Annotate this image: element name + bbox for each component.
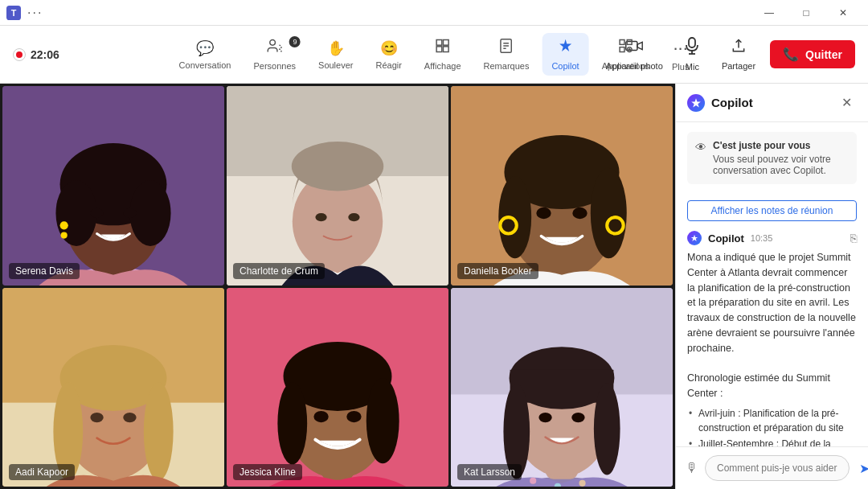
portrait-jessica [227,288,448,487]
applications-label: Applications [602,61,649,71]
name-tag-daniella: Daniella Booker [457,263,538,279]
video-cell-daniella: Daniella Booker [451,86,673,286]
send-button[interactable]: ➤ [856,458,868,479]
copilot-input[interactable] [705,455,850,481]
svg-point-31 [60,221,68,229]
timeline-heading: Chronologie estimée du Summit Center : [687,372,830,399]
list-item: Juillet-Septembre : Début de la construc… [687,437,857,447]
conversation-icon: 💬 [196,39,214,57]
svg-point-62 [123,412,136,421]
svg-point-80 [594,383,620,475]
copilot-header: Copilot ✕ [676,84,868,122]
timeline-list: Avril-juin : Planification de la pré-con… [687,406,857,447]
leave-label: Quitter [805,48,842,61]
mic-input-icon[interactable]: 🎙 [686,461,698,475]
video-bg-charlotte [227,86,448,286]
privacy-text: C'est juste pour vous Vous seul pouvez v… [713,140,849,176]
message-sender-logo [687,231,702,245]
phone-icon: 📞 [783,47,799,62]
svg-point-70 [313,410,328,421]
soulever-button[interactable]: ✋ Soulever [309,35,362,75]
copilot-title-text: Copilot [711,96,753,109]
reagir-icon: 😊 [380,39,398,57]
plus-label: Plus [672,62,689,72]
svg-text:T: T [11,7,17,17]
copy-icon[interactable]: ⎘ [850,232,857,244]
name-tag-kat: Kat Larsson [457,464,522,480]
name-tag-charlotte: Charlotte de Crum [233,263,325,279]
applications-button[interactable]: Applications [592,33,659,76]
name-tag-serena: Serena Davis [9,263,80,279]
copilot-button[interactable]: Copilot [542,33,588,76]
video-cell-jessica: Jessica Kline [227,288,448,487]
copilot-footer: 🎙 ➤ [676,446,868,489]
video-cell-kat: Kat Larsson [451,288,673,487]
affichage-button[interactable]: Affichage [415,33,471,76]
share-button[interactable]: Partager [714,33,764,76]
name-tag-jessica: Jessica Kline [233,464,302,480]
svg-rect-12 [627,40,632,45]
personnes-badge: 9 [289,36,301,47]
close-button[interactable]: ✕ [825,0,862,26]
conversation-button[interactable]: 💬 Conversation [170,35,241,75]
name-tag-aadi: Aadi Kapoor [9,464,75,480]
svg-point-29 [90,208,103,218]
personnes-icon [267,38,283,58]
list-item: Avril-juin : Planification de la pré-con… [687,406,857,435]
record-dot [16,51,23,58]
toolbar-left: 22:06 [13,48,59,61]
teams-logo-icon: T [6,6,21,20]
portrait-charlotte [227,86,448,286]
svg-point-2 [270,40,276,46]
toolbar: 22:06 💬 Conversation 9 Personnes ✋ Soule… [0,26,868,84]
copilot-body: 👁 C'est juste pour vous Vous seul pouvez… [676,122,868,446]
remarques-icon [498,38,514,58]
portrait-aadi [2,288,224,487]
video-grid: Serena Davis [0,84,675,489]
plus-button[interactable]: ··· Plus [662,33,698,76]
privacy-icon: 👁 [695,141,706,176]
personnes-button[interactable]: 9 Personnes [244,33,305,76]
show-notes-button[interactable]: Afficher les notes de réunion [687,200,857,221]
svg-rect-11 [620,40,624,45]
portrait-daniella [451,86,673,286]
applications-icon [617,38,633,58]
title-bar-more[interactable]: ··· [27,6,43,20]
video-cell-aadi: Aadi Kapoor [2,288,224,487]
share-icon [731,38,747,58]
svg-point-50 [572,208,587,219]
privacy-notice: 👁 C'est juste pour vous Vous seul pouvez… [687,132,857,184]
svg-rect-6 [444,47,449,52]
video-bg-daniella [451,86,673,286]
share-label: Partager [722,61,755,71]
privacy-body: Vous seul pouvez voir votre conversation… [713,154,831,176]
video-bg-aadi [2,288,224,487]
copilot-panel: Copilot ✕ 👁 C'est juste pour vous Vous s… [675,84,868,489]
toolbar-center: 💬 Conversation 9 Personnes ✋ Soulever 😊 … [170,33,699,76]
maximize-button[interactable]: □ [788,0,825,26]
conversation-label: Conversation [179,60,231,70]
message-body: Mona a indiqué que le projet Summit Cent… [687,250,857,446]
remarques-button[interactable]: Remarques [474,33,539,76]
leave-button[interactable]: 📞 Quitter [770,40,855,68]
svg-point-69 [366,377,399,462]
soulever-icon: ✋ [327,39,345,57]
message-time: 10:35 [751,233,773,243]
video-bg-kat [451,288,673,487]
copilot-message: Copilot 10:35 ⎘ Mona a indiqué que le pr… [687,231,857,446]
svg-point-71 [346,410,361,421]
main-content: Serena Davis [0,84,868,489]
affichage-label: Affichage [424,61,461,71]
svg-point-48 [591,168,627,258]
teams-logo: T [6,6,21,20]
reagir-button[interactable]: 😊 Réagir [366,35,411,75]
svg-rect-13 [620,47,624,52]
copilot-title: Copilot [687,94,753,112]
svg-point-40 [315,213,326,221]
privacy-heading: C'est juste pour vous [713,140,849,151]
minimize-button[interactable]: — [751,0,788,26]
remarques-label: Remarques [484,61,530,71]
copilot-close-button[interactable]: ✕ [837,93,857,112]
svg-point-39 [292,142,383,191]
portrait-serena [2,86,224,286]
